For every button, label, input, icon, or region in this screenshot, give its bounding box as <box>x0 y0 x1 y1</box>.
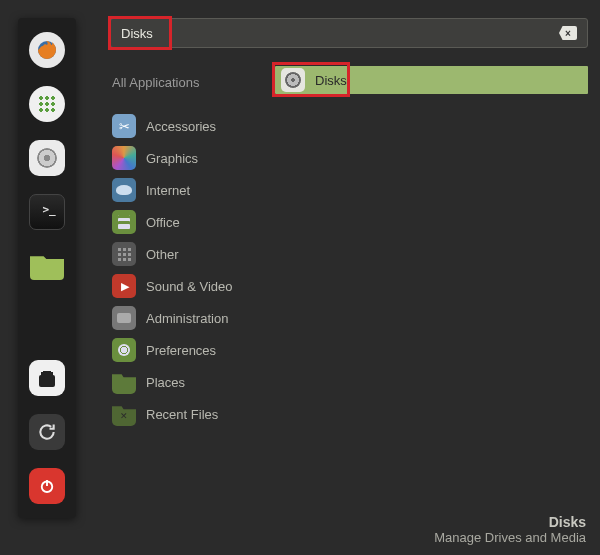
app-tooltip: Disks Manage Drives and Media <box>434 514 586 545</box>
results-list: Disks <box>275 66 588 430</box>
category-places[interactable]: Places <box>110 366 275 398</box>
category-label: Office <box>146 215 180 230</box>
office-icon <box>112 210 136 234</box>
category-administration[interactable]: Administration <box>110 302 275 334</box>
terminal-icon[interactable] <box>29 194 65 230</box>
search-field[interactable]: × <box>110 18 588 48</box>
category-list: All Applications Accessories Graphics In… <box>110 66 275 430</box>
result-label: Disks <box>315 73 347 88</box>
dock <box>18 18 76 518</box>
files-icon[interactable] <box>29 248 65 284</box>
category-accessories[interactable]: Accessories <box>110 110 275 142</box>
other-icon <box>112 242 136 266</box>
app-grid-icon[interactable] <box>29 86 65 122</box>
category-label: Places <box>146 375 185 390</box>
graphics-icon <box>112 146 136 170</box>
category-preferences[interactable]: Preferences <box>110 334 275 366</box>
power-icon[interactable] <box>29 468 65 504</box>
recent-folder-icon <box>112 402 136 426</box>
category-label: All Applications <box>112 75 199 90</box>
tooltip-title: Disks <box>434 514 586 530</box>
play-icon <box>112 274 136 298</box>
search-input[interactable] <box>121 26 559 41</box>
category-internet[interactable]: Internet <box>110 174 275 206</box>
category-label: Accessories <box>146 119 216 134</box>
category-label: Internet <box>146 183 190 198</box>
category-other[interactable]: Other <box>110 238 275 270</box>
restart-icon[interactable] <box>29 414 65 450</box>
folder-icon <box>112 370 136 394</box>
disks-dock-icon[interactable] <box>29 140 65 176</box>
category-label: Recent Files <box>146 407 218 422</box>
category-graphics[interactable]: Graphics <box>110 142 275 174</box>
category-office[interactable]: Office <box>110 206 275 238</box>
scissors-icon <box>112 114 136 138</box>
clear-search-icon[interactable]: × <box>559 26 577 40</box>
gear-icon <box>112 338 136 362</box>
category-all-applications[interactable]: All Applications <box>110 66 275 98</box>
tooltip-description: Manage Drives and Media <box>434 530 586 545</box>
internet-icon <box>112 178 136 202</box>
lock-icon[interactable] <box>29 360 65 396</box>
category-label: Other <box>146 247 179 262</box>
category-label: Preferences <box>146 343 216 358</box>
firefox-icon[interactable] <box>29 32 65 68</box>
disks-app-icon <box>281 68 305 92</box>
category-sound-video[interactable]: Sound & Video <box>110 270 275 302</box>
category-recent-files[interactable]: Recent Files <box>110 398 275 430</box>
category-label: Administration <box>146 311 228 326</box>
admin-icon <box>112 306 136 330</box>
result-disks[interactable]: Disks <box>275 66 588 94</box>
category-label: Graphics <box>146 151 198 166</box>
category-label: Sound & Video <box>146 279 233 294</box>
application-menu: × All Applications Accessories Graphics … <box>110 18 588 430</box>
